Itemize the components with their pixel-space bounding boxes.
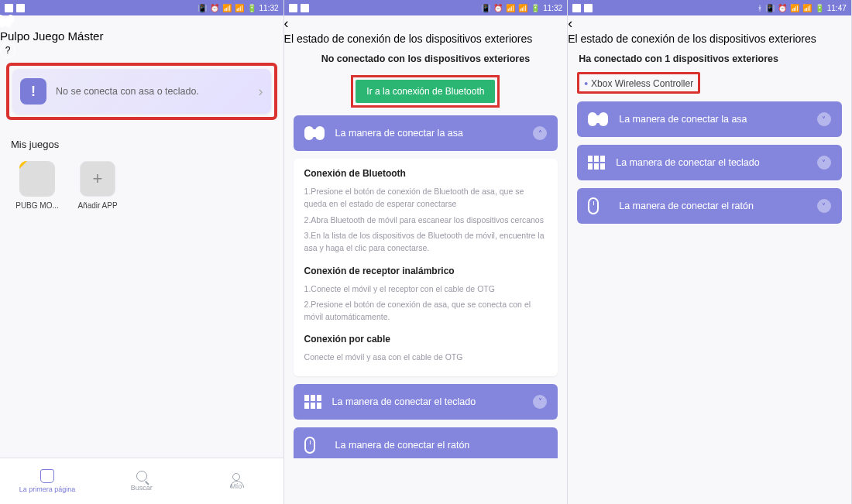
nav-home[interactable]: La primera página	[0, 458, 94, 504]
search-icon	[136, 471, 147, 482]
accordion-mouse[interactable]: La manera de conectar el ratón ˅	[577, 188, 842, 224]
alert-icon: !	[20, 78, 46, 105]
screen-connection-guide: 📳 ⏰ 📶 📶 🔋 11:32 ‹ El estado de conexión …	[284, 0, 569, 504]
instruction-line: Conecte el móvil y asa con el cable de O…	[304, 351, 548, 363]
page-header: ‹ El estado de conexión de los dispositi…	[568, 15, 851, 46]
bullet-icon: •	[584, 77, 588, 90]
instruction-line: 1.Conecte el móvil y el receptor con el …	[304, 283, 548, 295]
accordion-label: La manera de conectar el ratón	[619, 201, 806, 211]
alarm-icon: ⏰	[778, 4, 787, 12]
screen-home: 📳 ⏰ 📶 📶 🔋 11:32 Pulpo Juego Máster ? ! N…	[0, 0, 284, 504]
wifi-icon: 📶	[790, 4, 799, 12]
app-header: Pulpo Juego Máster ?	[0, 15, 283, 58]
accordion-label: La manera de conectar la asa	[619, 114, 806, 125]
battery-icon: 🔋	[531, 4, 540, 12]
section-title: Conexión de receptor inalámbrico	[304, 266, 548, 276]
back-button[interactable]: ‹	[568, 15, 851, 32]
clock-text: 11:32	[259, 4, 279, 12]
chevron-down-icon: ˅	[817, 156, 831, 170]
instruction-line: 3.En la lista de los dispositivos de Blu…	[304, 229, 548, 255]
alarm-icon: ⏰	[493, 4, 503, 12]
go-bluetooth-button[interactable]: Ir a la conexión de Bluetooth	[356, 80, 495, 103]
alarm-icon: ⏰	[210, 4, 219, 12]
status-icon	[572, 4, 581, 12]
pubg-icon	[19, 161, 55, 197]
chevron-down-icon: ˅	[817, 112, 831, 126]
help-button[interactable]: ?	[0, 43, 15, 58]
wifi-icon: 📶	[222, 4, 232, 12]
keyboard-icon	[304, 395, 321, 409]
signal-icon: 📶	[802, 4, 812, 12]
status-bar: ᚼ 📳 ⏰ 📶 📶 🔋 11:47	[568, 0, 851, 15]
clock-text: 11:32	[543, 4, 562, 12]
status-icon	[289, 4, 297, 12]
bottom-nav: La primera página Buscar Mío	[0, 458, 283, 504]
mouse-icon	[304, 438, 325, 452]
chevron-right-icon: ›	[259, 84, 263, 100]
battery-icon: 🔋	[247, 4, 256, 12]
nav-label: La primera página	[19, 485, 76, 493]
vibrate-icon: 📳	[481, 4, 490, 12]
accordion-label: La manera de conectar la asa	[335, 128, 523, 139]
battery-icon: 🔋	[815, 4, 824, 12]
screen-connected: ᚼ 📳 ⏰ 📶 📶 🔋 11:47 ‹ El estado de conexió…	[568, 0, 852, 504]
accordion-keyboard[interactable]: La manera de conectar el teclado ˅	[577, 145, 842, 180]
vibrate-icon: 📳	[198, 4, 207, 12]
person-icon	[232, 473, 240, 481]
banner-text: No se conecta con asa o teclado.	[56, 86, 249, 97]
nav-search[interactable]: Buscar	[94, 458, 189, 504]
home-icon	[40, 469, 54, 483]
page-header: ‹ El estado de conexión de los dispositi…	[284, 15, 568, 46]
chevron-down-icon: ˅	[533, 395, 547, 409]
status-icon	[5, 4, 13, 12]
accordion-label: La manera de conectar el teclado	[616, 157, 806, 168]
clock-text: 11:47	[827, 4, 847, 12]
app-logo-icon	[0, 15, 15, 29]
back-button[interactable]: ‹	[284, 15, 568, 32]
page-title: El estado de conexión de los dispositivo…	[284, 32, 568, 46]
status-bar: 📳 ⏰ 📶 📶 🔋 11:32	[284, 0, 568, 15]
my-games-label: Mis juegos	[0, 125, 283, 155]
instructions-card: Conexión de Bluetooth 1.Presione el botó…	[294, 159, 558, 375]
page-title: El estado de conexión de los dispositivo…	[568, 32, 851, 46]
chevron-up-icon: ˄	[533, 126, 547, 140]
bluetooth-icon: ᚼ	[758, 4, 762, 12]
app-tile-add[interactable]: + Añadir APP	[76, 161, 119, 210]
app-tile-pubg[interactable]: PUBG MO...	[15, 161, 59, 210]
plus-icon: +	[80, 161, 115, 197]
section-title: Conexión por cable	[304, 334, 548, 345]
accordion-label: La manera de conectar el teclado	[332, 396, 523, 407]
vibrate-icon: 📳	[765, 4, 775, 12]
app-title: Pulpo Juego Máster	[0, 29, 283, 43]
mouse-icon	[588, 199, 608, 213]
connection-banner[interactable]: ! No se conecta con asa o teclado. ›	[12, 69, 271, 114]
status-bar: 📳 ⏰ 📶 📶 🔋 11:32	[0, 0, 283, 15]
wifi-icon: 📶	[506, 4, 515, 12]
status-icon	[301, 4, 309, 12]
gamepad-icon	[588, 112, 608, 126]
app-grid: PUBG MO... + Añadir APP	[0, 155, 283, 216]
highlight-frame: ! No se conecta con asa o teclado. ›	[6, 63, 277, 120]
connected-device-name: Xbox Wireless Controller	[591, 78, 693, 89]
status-icon	[584, 4, 593, 12]
highlight-frame: Ir a la conexión de Bluetooth	[351, 75, 500, 108]
section-title: Conexión de Bluetooth	[304, 168, 548, 179]
accordion-label: La manera de conectar el ratón	[335, 440, 548, 451]
keyboard-icon	[588, 156, 605, 170]
not-connected-message: No conectado con los dispositivos exteri…	[294, 53, 558, 64]
status-icon	[16, 4, 25, 12]
app-label: Añadir APP	[75, 201, 120, 210]
chevron-down-icon: ˅	[817, 199, 831, 213]
instruction-line: 2.Abra Bluetooth de móvil para escanear …	[304, 214, 548, 226]
nav-label: Buscar	[131, 484, 153, 492]
app-label: PUBG MO...	[15, 201, 60, 210]
gamepad-icon	[304, 126, 325, 140]
accordion-gamepad[interactable]: La manera de conectar la asa ˅	[577, 101, 842, 137]
accordion-gamepad[interactable]: La manera de conectar la asa ˄	[294, 115, 558, 151]
connected-message: Ha conectado con 1 dispositivos exterior…	[577, 53, 842, 64]
nav-mine[interactable]: Mío	[189, 458, 283, 504]
accordion-mouse[interactable]: La manera de conectar el ratón	[294, 427, 558, 458]
highlight-frame: •Xbox Wireless Controller	[577, 72, 700, 94]
accordion-keyboard[interactable]: La manera de conectar el teclado ˅	[294, 384, 558, 420]
instruction-line: 2.Presione el botón de conexión de asa, …	[304, 298, 548, 324]
